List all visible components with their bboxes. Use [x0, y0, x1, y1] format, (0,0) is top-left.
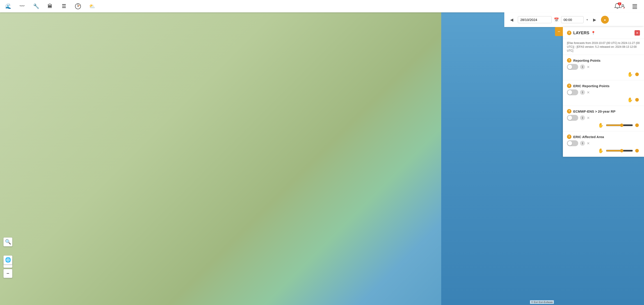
- map-container[interactable]: © Esri Esri-Eufasas: [0, 0, 644, 305]
- layer-item-reporting-points: ? Reporting Points ℹ ✕ ✋: [563, 55, 644, 80]
- efas-info-text: [Efas forecasts from 2019-10-07 (00 UTC)…: [563, 39, 644, 55]
- eric-affected-area-help-icon[interactable]: ?: [567, 134, 572, 139]
- layers-panel: ? LAYERS 📍 ✕ [Efas forecasts from 2019-1…: [563, 27, 644, 157]
- reporting-points-toggle[interactable]: [567, 64, 578, 70]
- layers-question-icon[interactable]: ?: [567, 31, 572, 35]
- ecmwf-ens-help-icon[interactable]: ?: [567, 109, 572, 114]
- eric-affected-area-drag-icon[interactable]: ✋: [598, 148, 604, 154]
- reporting-points-help-icon[interactable]: ?: [567, 58, 572, 62]
- cloud-icon[interactable]: ⛅: [87, 2, 97, 11]
- calendar-icon-button[interactable]: 📅: [554, 17, 559, 22]
- eric-affected-area-delete-button[interactable]: ✕: [587, 141, 590, 146]
- time-dropdown-arrow[interactable]: ▼: [586, 18, 588, 22]
- ecmwf-ens-toggle[interactable]: [567, 115, 578, 121]
- eric-reporting-points-delete-button[interactable]: ✕: [587, 90, 590, 94]
- globe-button-container: 🌐: [4, 256, 12, 264]
- svg-point-2: [617, 3, 618, 4]
- eric-affected-area-label: ERIC Affected Area: [573, 135, 640, 139]
- ecmwf-ens-opacity-dot: [635, 124, 639, 127]
- user-icon: [620, 4, 626, 9]
- eric-reporting-points-label: ERIC Reporting Points: [573, 84, 640, 88]
- search-map-button[interactable]: 🔍: [4, 238, 12, 246]
- top-right-icons: 0: [609, 0, 644, 12]
- date-input[interactable]: [518, 16, 552, 23]
- layer-item-eric-reporting-points: ? ERIC Reporting Points ℹ ✕ ✋: [563, 80, 644, 106]
- reporting-points-opacity-dot: [635, 72, 639, 76]
- dial-icon[interactable]: [73, 2, 83, 11]
- svg-point-1: [78, 6, 78, 7]
- menu-lines-icon[interactable]: ☰: [59, 2, 69, 11]
- prev-time-button[interactable]: ◀: [508, 16, 516, 24]
- building-icon[interactable]: 🏛: [45, 2, 55, 11]
- notification-badge[interactable]: 0: [614, 2, 626, 10]
- svg-point-5: [622, 4, 624, 6]
- reporting-points-label: Reporting Points: [573, 58, 640, 62]
- reporting-points-drag-icon[interactable]: ✋: [627, 72, 633, 77]
- datetime-bar: ◀ 📅 ▼ ▶ ●: [504, 12, 644, 27]
- time-input[interactable]: [561, 16, 584, 23]
- layers-header: ? LAYERS 📍 ✕: [563, 27, 644, 39]
- layers-title: LAYERS: [573, 31, 589, 35]
- eric-reporting-points-opacity-dot: [635, 98, 639, 102]
- eric-reporting-points-toggle[interactable]: [567, 90, 578, 95]
- search-button-container: 🔍: [4, 238, 12, 246]
- reporting-points-delete-button[interactable]: ✕: [587, 65, 590, 69]
- eric-reporting-points-drag-icon[interactable]: ✋: [627, 97, 633, 102]
- globe-view-button[interactable]: 🌐: [4, 256, 12, 264]
- layers-pin-icon: 📍: [591, 31, 596, 35]
- eric-reporting-points-help-icon[interactable]: ?: [567, 84, 572, 88]
- ecmwf-ens-drag-icon[interactable]: ✋: [598, 122, 604, 128]
- layers-close-button[interactable]: ✕: [634, 30, 640, 36]
- layer-item-ecmwf-ens: ? ECMWF-ENS > 20-year RP ℹ ✕ ✋: [563, 106, 644, 131]
- gauge-icon[interactable]: 🔧: [31, 2, 41, 11]
- eric-affected-area-info-button[interactable]: ℹ: [580, 141, 585, 146]
- collapse-panel-button[interactable]: −: [555, 27, 563, 36]
- map-attribution: © Esri Esri-Eufasas: [530, 300, 554, 304]
- next-time-button[interactable]: ▶: [591, 16, 599, 24]
- eric-reporting-points-info-button[interactable]: ℹ: [580, 90, 585, 95]
- eric-affected-area-opacity-slider[interactable]: [606, 149, 633, 152]
- ecmwf-ens-label: ECMWF-ENS > 20-year RP: [573, 110, 640, 113]
- ecmwf-ens-delete-button[interactable]: ✕: [587, 116, 590, 120]
- ecmwf-ens-info-button[interactable]: ℹ: [580, 115, 585, 120]
- sort-layers-icon[interactable]: [630, 2, 640, 11]
- reporting-points-info-button[interactable]: ℹ: [580, 64, 585, 70]
- zoom-out-button[interactable]: −: [4, 269, 12, 278]
- wave-icon[interactable]: 〰: [17, 2, 27, 11]
- eric-affected-area-toggle[interactable]: [567, 140, 578, 146]
- play-button[interactable]: ●: [601, 16, 609, 24]
- eric-affected-area-opacity-dot: [635, 149, 639, 152]
- layer-item-eric-affected-area: ? ERIC Affected Area ℹ ✕ ✋: [563, 131, 644, 157]
- flood-icon[interactable]: 🌊: [4, 2, 13, 11]
- ecmwf-ens-opacity-slider[interactable]: [606, 124, 633, 127]
- toolbar: 🌊 〰 🔧 🏛 ☰ ⛅ 0: [0, 0, 644, 12]
